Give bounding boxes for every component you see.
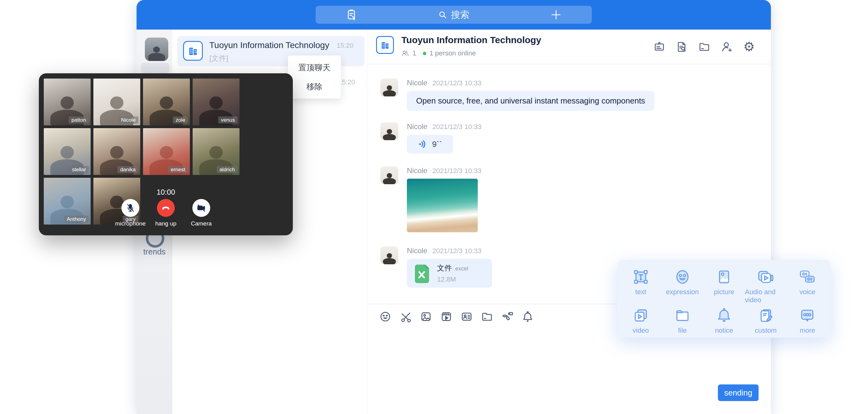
call-timer: 10:00 <box>39 188 293 196</box>
notice-board-icon[interactable] <box>653 41 665 53</box>
message-text: Nicole 2021/12/3 10:33 Open source, free… <box>380 78 654 111</box>
file-search-icon[interactable] <box>676 41 688 53</box>
image-icon <box>716 267 733 285</box>
panel-item-voice[interactable]: voice <box>786 267 828 304</box>
participant-name: patton <box>69 117 89 124</box>
folder-icon[interactable] <box>481 311 493 323</box>
video-tile: danika <box>93 128 140 175</box>
camera-button[interactable] <box>192 199 210 217</box>
send-button[interactable]: sending <box>718 384 758 401</box>
video-tile: ernest <box>143 128 190 175</box>
panel-item-picture[interactable]: picture <box>703 267 745 304</box>
video-icon[interactable] <box>440 311 453 323</box>
message-bubble[interactable]: Open source, free, and universal instant… <box>407 91 654 111</box>
hang-up-button[interactable] <box>157 199 175 217</box>
plus-icon[interactable] <box>550 9 562 21</box>
voice-duration: 9`` <box>432 139 442 149</box>
sender-avatar[interactable] <box>380 247 398 264</box>
sender-avatar[interactable] <box>380 166 398 184</box>
av-play-icon <box>757 267 775 285</box>
message-timestamp: 2021/12/3 10:33 <box>432 247 482 255</box>
panel-item-more[interactable]: more <box>786 306 828 335</box>
contact-card-icon[interactable] <box>461 311 473 323</box>
microphone-button[interactable] <box>121 199 139 217</box>
panel-item-label: notice <box>715 326 733 335</box>
file-ext: .excel <box>454 265 468 272</box>
video-tile: aldrich <box>193 128 240 175</box>
add-member-icon[interactable] <box>721 41 733 53</box>
conversation-title: Tuoyun Information Technology <box>209 40 329 50</box>
panel-item-label: file <box>678 326 687 335</box>
panel-item-label: expression <box>666 288 699 296</box>
participant-name: Nicole <box>118 117 138 124</box>
panel-item-audio-video[interactable]: Audio and video <box>745 267 786 304</box>
emoji-icon[interactable] <box>379 311 392 323</box>
text-frame-icon <box>632 267 649 285</box>
image-message-beach[interactable] <box>407 179 478 232</box>
search-icon <box>438 10 447 20</box>
notice-bell-icon[interactable] <box>522 311 534 323</box>
panel-item-text[interactable]: text <box>620 267 661 304</box>
doc-pen-icon <box>757 306 774 324</box>
user-avatar[interactable] <box>145 38 168 61</box>
nav-item-highlight[interactable] <box>141 63 169 73</box>
panel-item-video[interactable]: video <box>620 306 661 335</box>
message-timestamp: 2021/12/3 10:33 <box>432 79 482 87</box>
nav-item-trends[interactable]: trends <box>136 247 172 257</box>
panel-item-file[interactable]: file <box>661 306 703 335</box>
video-tile: patton <box>44 78 91 125</box>
message-timestamp: 2021/12/3 10:33 <box>432 167 482 175</box>
message-file: Nicole 2021/12/3 10:33 文件.excel <box>380 247 492 288</box>
video-tile: stellar <box>44 128 91 175</box>
sender-avatar[interactable] <box>380 78 398 96</box>
menu-item-pin-chat[interactable]: 置顶聊天 <box>288 58 341 77</box>
message-timestamp: 2021/12/3 10:33 <box>432 123 482 131</box>
voice-message-bubble[interactable]: 9`` <box>407 135 453 154</box>
search-placeholder[interactable]: 搜索 <box>451 9 469 21</box>
avatar-silhouette <box>148 46 165 61</box>
sender-name: Nicole <box>407 166 428 175</box>
menu-item-remove[interactable]: 移除 <box>288 77 341 96</box>
video-play-icon <box>632 306 649 324</box>
sender-name: Nicole <box>407 122 428 131</box>
message-type-panel: text expression picture <box>617 260 831 338</box>
page: 搜索 trends <box>0 0 868 414</box>
group-building-icon <box>376 36 394 54</box>
panel-item-label: custom <box>755 326 777 335</box>
participant-name: stellar <box>69 166 89 173</box>
panel-item-notice[interactable]: notice <box>703 306 745 335</box>
members-icon <box>401 49 409 57</box>
participant-name: aldrich <box>217 166 238 173</box>
hang-up-label: hang up <box>155 220 177 227</box>
panel-item-label: video <box>632 326 649 335</box>
smiley-icon <box>674 267 691 285</box>
member-count: 1 <box>412 49 416 57</box>
panel-item-label: picture <box>714 288 734 296</box>
folder-icon[interactable] <box>698 41 711 53</box>
search-bar[interactable]: 搜索 <box>316 6 592 24</box>
panel-item-custom[interactable]: custom <box>745 306 786 335</box>
conversation-last-message: [文件] <box>209 53 228 63</box>
settings-icon[interactable]: ⚙ <box>743 41 755 53</box>
camera-label: Camera <box>191 220 212 227</box>
video-tile: Nicole <box>93 78 140 125</box>
chat-main: Tuoyun Information Technology 1 1 person… <box>367 30 771 414</box>
video-call-overlay: patton Nicole zole venus stellar danika … <box>39 73 293 235</box>
folder-icon <box>674 306 691 324</box>
call-records-icon[interactable] <box>345 9 358 21</box>
video-tile: venus <box>193 78 240 125</box>
participant-name: danika <box>118 166 138 173</box>
panel-item-expression[interactable]: expression <box>661 267 703 304</box>
bell-icon <box>716 306 733 324</box>
screenshot-scissors-icon[interactable] <box>400 311 412 323</box>
sender-name: Nicole <box>407 78 428 87</box>
picture-icon[interactable] <box>420 311 432 323</box>
context-menu: 置顶聊天 移除 <box>288 56 341 99</box>
voice-call-icon[interactable] <box>501 311 514 323</box>
message-image: Nicole 2021/12/3 10:33 <box>380 166 482 232</box>
chat-header: Tuoyun Information Technology 1 1 person… <box>367 30 771 64</box>
panel-item-label: text <box>635 288 646 296</box>
sender-avatar[interactable] <box>380 122 398 140</box>
file-message-card[interactable]: 文件.excel 12.8M <box>407 259 492 288</box>
conversation-time: 15:20 <box>337 41 353 50</box>
